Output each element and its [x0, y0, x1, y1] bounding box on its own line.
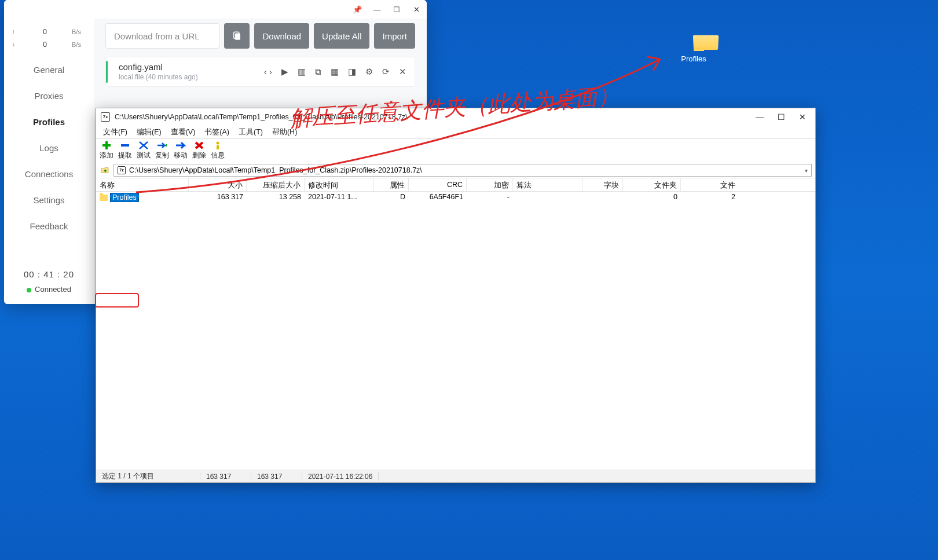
desktop-folder-profiles[interactable]: Profiles [673, 42, 714, 63]
status-date: 2021-07-11 16:22:06 [302, 473, 379, 481]
col-size[interactable]: 大小 [189, 178, 247, 191]
profile-subtitle: local file (40 minutes ago) [119, 73, 198, 82]
toolbar-test-button[interactable]: 测试 [137, 139, 151, 160]
toolbar-info-button[interactable]: 信息 [211, 139, 225, 160]
address-bar[interactable]: 7z ▾ [113, 164, 812, 177]
code-icon[interactable]: ‹ › [264, 67, 272, 77]
seven-path-row: 7z ▾ [96, 163, 815, 178]
col-name[interactable]: 名称 [96, 178, 189, 191]
connection-status: Connected [4, 285, 94, 294]
download-arrow-icon: ↓ [12, 38, 18, 51]
table-row[interactable]: Profiles 163 317 13 258 2021-07-11 1... … [96, 192, 815, 203]
col-crc[interactable]: CRC [409, 178, 467, 191]
row-alg [513, 192, 582, 203]
list-body: Profiles 163 317 13 258 2021-07-11 1... … [96, 192, 815, 470]
paste-icon [232, 31, 242, 41]
url-input[interactable]: Download from a URL [105, 23, 219, 49]
menu-item[interactable]: 编辑(E) [133, 126, 165, 138]
row-name-text: Profiles [110, 193, 139, 202]
col-attr[interactable]: 属性 [374, 178, 409, 191]
sidebar-item-profiles[interactable]: Profiles [4, 109, 94, 135]
maximize-button[interactable]: ☐ [392, 5, 401, 14]
seven-maximize-button[interactable]: ☐ [778, 112, 785, 122]
sidebar-item-general[interactable]: General [4, 57, 94, 83]
menu-item[interactable]: 书签(A) [201, 126, 233, 138]
seven-menubar: 文件(F)编辑(E)查看(V)书签(A)工具(T)帮助(H) [96, 126, 815, 138]
download-unit: B/s [72, 38, 86, 51]
archive-icon: 7z [118, 166, 126, 174]
menu-item[interactable]: 工具(T) [235, 126, 266, 138]
col-alg[interactable]: 算法 [513, 178, 582, 191]
sidebar-item-logs[interactable]: Logs [4, 135, 94, 161]
list-header: 名称 大小 压缩后大小 修改时间 属性 CRC 加密 算法 字块 文件夹 文件 [96, 178, 815, 192]
status-text: Connected [35, 285, 71, 294]
row-crc: 6A5F46F1 [409, 192, 467, 203]
toolbar-copy-button[interactable]: 复制 [155, 139, 169, 160]
copy-icon[interactable]: ⧉ [315, 67, 321, 77]
toolbar-extract-button[interactable]: 提取 [118, 139, 132, 160]
uptime-timer: 00 : 41 : 20 [4, 269, 94, 279]
sidebar-item-settings[interactable]: Settings [4, 187, 94, 213]
toolbar-move-button[interactable]: 移动 [174, 139, 188, 160]
status-selection: 选定 1 / 1 个项目 [96, 471, 200, 481]
row-packed: 13 258 [247, 192, 305, 203]
svg-point-3 [217, 142, 219, 145]
diff-icon[interactable]: ◨ [348, 67, 356, 77]
move-icon [174, 140, 188, 151]
close-icon[interactable]: ✕ [399, 67, 406, 77]
download-value: 0 [43, 38, 47, 51]
seven-toolbar: 添加提取测试复制移动删除信息 [96, 138, 815, 163]
seven-close-button[interactable]: ✕ [799, 112, 806, 122]
import-button[interactable]: Import [374, 23, 415, 49]
folder-icon [100, 195, 108, 201]
add-icon [100, 140, 113, 151]
row-size: 163 317 [189, 192, 247, 203]
delete-icon [192, 140, 206, 151]
sidebar-item-proxies[interactable]: Proxies [4, 83, 94, 109]
col-enc[interactable]: 加密 [467, 178, 513, 191]
profile-card[interactable]: config.yaml local file (40 minutes ago) … [105, 57, 415, 87]
address-input[interactable] [129, 166, 801, 174]
upload-unit: B/s [72, 25, 86, 38]
gear-icon[interactable]: ⚙ [365, 67, 373, 77]
upload-arrow-icon: ↑ [12, 25, 18, 38]
address-dropdown-icon[interactable]: ▾ [801, 167, 811, 174]
up-folder-icon[interactable] [100, 165, 110, 175]
col-folders[interactable]: 文件夹 [623, 178, 681, 191]
col-packed[interactable]: 压缩后大小 [247, 178, 305, 191]
download-button[interactable]: Download [254, 23, 309, 49]
col-mod[interactable]: 修改时间 [305, 178, 374, 191]
status-size-2: 163 317 [251, 473, 302, 481]
extract-icon [118, 140, 132, 151]
toolbar-delete-button[interactable]: 删除 [192, 139, 206, 160]
desktop-folder-label: Profiles [673, 54, 714, 63]
seven-minimize-button[interactable]: — [756, 112, 764, 122]
copy-icon [155, 140, 169, 151]
minimize-button[interactable]: — [372, 5, 382, 14]
status-dot-icon [27, 288, 31, 292]
row-enc: - [467, 192, 513, 203]
book-icon[interactable]: ▥ [298, 67, 306, 77]
row-block [582, 192, 623, 203]
pin-icon[interactable]: 📌 [353, 5, 362, 14]
refresh-icon[interactable]: ⟳ [382, 67, 390, 77]
sidebar-item-feedback[interactable]: Feedback [4, 213, 94, 239]
profile-active-bar [106, 61, 108, 83]
play-icon[interactable]: ▶ [281, 67, 288, 77]
menu-item[interactable]: 查看(V) [167, 126, 199, 138]
test-icon [137, 140, 151, 151]
menu-item[interactable]: 文件(F) [100, 126, 131, 138]
row-folders: 0 [623, 192, 681, 203]
col-block[interactable]: 字块 [582, 178, 623, 191]
toolbar-add-button[interactable]: 添加 [100, 139, 113, 160]
col-files[interactable]: 文件 [681, 178, 739, 191]
paste-button[interactable] [224, 23, 250, 49]
qr-icon[interactable]: ▦ [331, 67, 339, 77]
close-button[interactable]: ✕ [412, 5, 421, 14]
svg-rect-4 [217, 145, 219, 149]
upload-value: 0 [43, 25, 47, 38]
row-name: Profiles [96, 192, 189, 203]
svg-rect-1 [235, 34, 240, 40]
sidebar-item-connections[interactable]: Connections [4, 161, 94, 187]
update-all-button[interactable]: Update All [314, 23, 369, 49]
